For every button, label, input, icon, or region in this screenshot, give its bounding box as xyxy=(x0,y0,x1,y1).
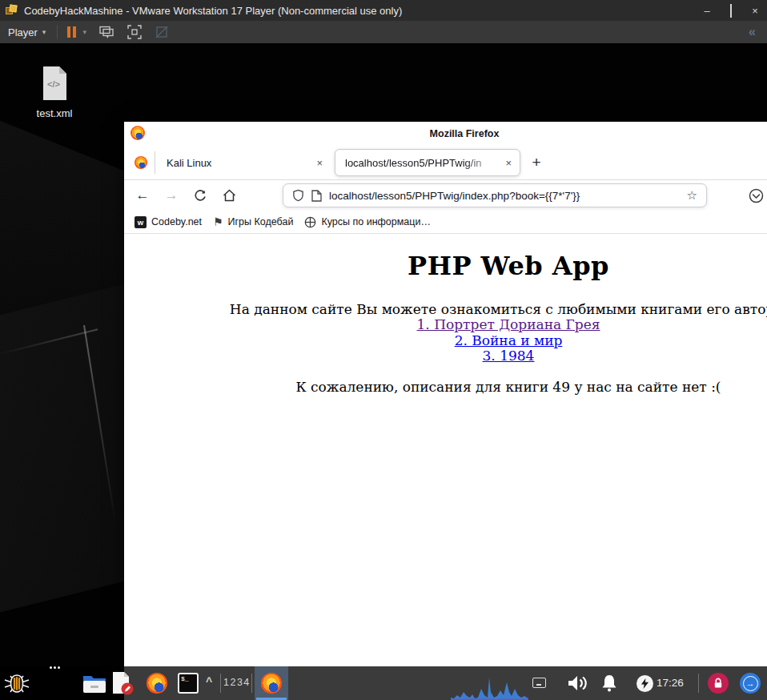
vmware-window-title: CodebyHackMashine - VMware Workstation 1… xyxy=(24,5,402,17)
page-title: PHP Web App xyxy=(124,251,767,281)
maximize-button[interactable] xyxy=(725,5,737,17)
firefox-task-button-active[interactable] xyxy=(255,666,288,700)
bookmark-courses[interactable]: Курсы по информаци… xyxy=(304,216,431,228)
firefox-window: Mozilla Firefox Kali Linux × localhost/l… xyxy=(124,122,767,700)
workspace-switcher[interactable]: 1 2 3 4 xyxy=(223,677,252,688)
guest-desktop: </> test.xml Mozilla Firefox Kali Linux … xyxy=(0,43,767,700)
home-button[interactable] xyxy=(217,183,241,207)
vmware-titlebar: CodebyHackMashine - VMware Workstation 1… xyxy=(0,0,767,21)
bookmarks-toolbar: w Codeby.net ⚑ Игры Кодебай Курсы по инф… xyxy=(124,211,767,234)
vmware-toolbar: Player ▾ ▾ « xyxy=(0,21,767,43)
page-info-icon[interactable] xyxy=(311,190,322,202)
firefox-icon xyxy=(261,673,282,694)
reload-button[interactable] xyxy=(188,183,212,207)
desktop-file-testxml[interactable]: </> test.xml xyxy=(30,66,78,119)
devices-disabled-icon xyxy=(155,25,169,39)
workspace-3[interactable]: 3 xyxy=(237,677,243,688)
send-ctrl-alt-del-button[interactable] xyxy=(99,26,114,39)
suspend-vm-button[interactable] xyxy=(67,26,76,38)
close-button[interactable]: × xyxy=(749,5,761,17)
lock-icon xyxy=(713,678,724,689)
book-list: На данном сайте Вы можете ознакомиться с… xyxy=(124,302,767,364)
player-menu[interactable]: Player ▾ xyxy=(8,26,46,38)
forward-button: → xyxy=(159,183,183,207)
xml-file-icon: </> xyxy=(39,66,70,101)
bug-icon xyxy=(3,674,30,694)
arrow-right-icon: → xyxy=(743,676,758,691)
fullscreen-button[interactable] xyxy=(127,25,142,39)
folder-icon xyxy=(81,672,108,694)
minimize-button[interactable]: – xyxy=(701,5,713,17)
navigation-toolbar: ← → localhost/lesson5/PHPTwig/index.php?… xyxy=(124,180,767,211)
cpu-graph[interactable] xyxy=(451,671,528,700)
taskbar-divider xyxy=(220,674,221,693)
collapse-toolbar-button[interactable]: « xyxy=(749,25,756,39)
suspend-dropdown-icon[interactable]: ▾ xyxy=(82,28,86,36)
tab-divider xyxy=(155,151,155,174)
bookmark-games[interactable]: ⚑ Игры Кодебай xyxy=(213,216,293,227)
workspace-1[interactable]: 1 xyxy=(223,677,230,688)
flag-icon: ⚑ xyxy=(213,216,223,227)
book-link-1[interactable]: 1. Портрет Дориана Грея xyxy=(417,316,600,332)
kali-menu-button[interactable] xyxy=(3,674,30,697)
vmware-logo-icon xyxy=(5,4,18,17)
new-tab-button[interactable]: + xyxy=(526,151,547,174)
workspace-2[interactable]: 2 xyxy=(230,677,236,688)
url-input[interactable]: localhost/lesson5/PHPTwig/index.php?book… xyxy=(329,190,680,202)
back-button[interactable]: ← xyxy=(131,183,155,207)
codeby-favicon: w xyxy=(135,216,147,228)
clock[interactable]: 17:26 xyxy=(657,677,697,689)
bookmark-codeby[interactable]: w Codeby.net xyxy=(135,216,202,228)
document-edit-icon xyxy=(110,671,135,696)
book-link-3[interactable]: 3. 1984 xyxy=(483,348,535,364)
desktop-file-label: test.xml xyxy=(30,107,78,119)
logout-button[interactable]: → xyxy=(740,673,761,694)
url-bar[interactable]: localhost/lesson5/PHPTwig/index.php?book… xyxy=(283,183,707,207)
web-page-content: PHP Web App На данном сайте Вы можете оз… xyxy=(124,251,767,700)
terminal-button[interactable]: $_ xyxy=(178,673,199,694)
firefox-launcher-button[interactable] xyxy=(147,673,167,694)
tab-close-icon[interactable]: × xyxy=(504,157,513,169)
firefox-window-title: Mozilla Firefox xyxy=(124,128,767,139)
chevron-down-icon: ▾ xyxy=(42,28,46,36)
tab-close-icon[interactable]: × xyxy=(315,157,324,169)
tab-strip: Kali Linux × localhost/lesson5/PHPTwig/i… xyxy=(124,145,767,180)
bookmark-star-icon[interactable]: ☆ xyxy=(687,188,697,203)
firefox-icon xyxy=(135,156,147,169)
lock-screen-button[interactable] xyxy=(708,673,729,694)
intro-text: На данном сайте Вы можете ознакомиться с… xyxy=(230,301,767,317)
power-manager-icon[interactable] xyxy=(636,675,653,692)
volume-icon[interactable] xyxy=(567,674,588,696)
tab-localhost-active[interactable]: localhost/lesson5/PHPTwig/in × xyxy=(335,149,520,176)
tab-kali-linux[interactable]: Kali Linux × xyxy=(156,149,331,176)
notification-bell-icon[interactable] xyxy=(600,674,619,697)
book-link-2[interactable]: 2. Война и мир xyxy=(455,332,563,348)
pocket-icon[interactable] xyxy=(749,188,764,203)
toolbar-divider xyxy=(57,25,58,39)
shield-icon[interactable] xyxy=(292,189,304,202)
not-found-message: К сожалению, описания для книги 49 у нас… xyxy=(124,379,767,395)
code-glyph: </> xyxy=(47,79,60,89)
taskbar-divider xyxy=(698,674,699,693)
workspace-4[interactable]: 4 xyxy=(243,677,250,688)
display-tray-icon[interactable] xyxy=(532,678,546,688)
taskbar-divider xyxy=(251,674,252,693)
globe-icon xyxy=(304,216,316,228)
text-editor-button[interactable] xyxy=(110,671,135,699)
firefox-titlebar[interactable]: Mozilla Firefox xyxy=(124,122,767,145)
taskbar: $_ ^ 1 2 3 4 xyxy=(0,666,767,700)
chevron-up-icon[interactable]: ^ xyxy=(202,675,216,688)
vm-screen-root: CodebyHackMashine - VMware Workstation 1… xyxy=(0,0,767,700)
file-manager-button[interactable] xyxy=(81,672,108,698)
